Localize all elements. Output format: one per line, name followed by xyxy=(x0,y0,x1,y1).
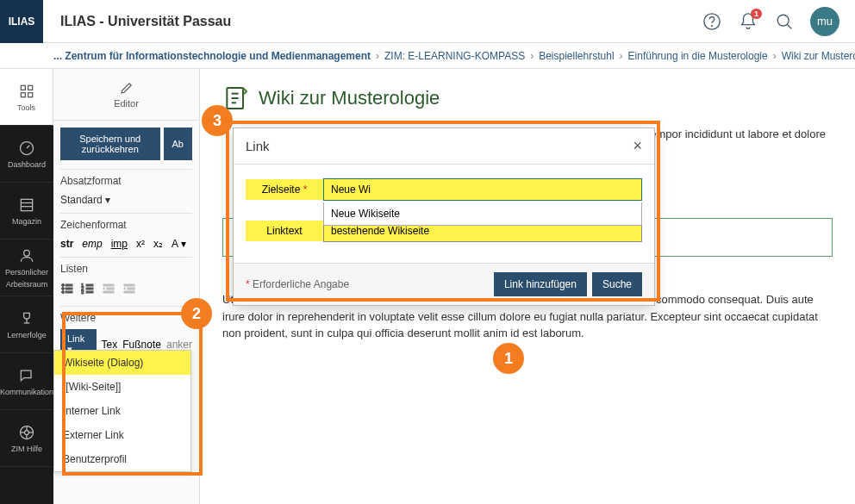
section-listen: Listen xyxy=(60,257,192,278)
breadcrumb: ... Zentrum für Informationstechnologie … xyxy=(0,43,855,69)
help-icon[interactable] xyxy=(702,11,722,32)
section-zeichenformat: Zeichenformat xyxy=(60,213,192,234)
left-rail: Tools Dashboard Magazin PersönlicherArbe… xyxy=(0,69,53,504)
section-absatzformat: Absatzformat xyxy=(60,169,192,190)
svg-point-21 xyxy=(62,284,65,287)
add-link-button[interactable]: Link hinzufügen xyxy=(494,272,587,296)
svg-rect-35 xyxy=(103,291,114,293)
svg-text:3: 3 xyxy=(81,289,84,295)
notification-badge: 1 xyxy=(751,9,762,19)
breadcrumb-item[interactable]: ZIM: E-LEARNING-KOMPASS xyxy=(384,50,525,62)
svg-rect-27 xyxy=(86,284,93,286)
list-outdent-icon[interactable] xyxy=(102,282,115,299)
svg-rect-22 xyxy=(66,284,72,286)
menu-benutzerprofil[interactable]: Benutzerprofil xyxy=(54,447,190,471)
link-dialog: Link × Zielseite * Neue Wikiseite Linkte… xyxy=(233,128,655,306)
svg-rect-26 xyxy=(66,291,72,293)
label-zielseite: Zielseite * xyxy=(246,179,323,200)
label-linktext: Linktext xyxy=(246,221,323,241)
svg-point-12 xyxy=(24,250,30,256)
dialog-title: Link xyxy=(246,139,270,153)
link-dropdown-menu: Wikiseite (Dialog) [[Wiki-Seite]] Intern… xyxy=(53,350,191,472)
rail-lernerfolge[interactable]: Lernerfolge xyxy=(0,296,53,353)
close-icon[interactable]: × xyxy=(633,137,642,155)
required-note: * Erforderliche Angabe xyxy=(246,278,349,290)
rail-tools[interactable]: Tools xyxy=(0,69,53,126)
svg-rect-33 xyxy=(103,284,114,286)
save-return-button[interactable]: Speichern und zurückkehren xyxy=(60,128,160,160)
svg-rect-29 xyxy=(86,291,93,293)
menu-externer-link[interactable]: Externer Link xyxy=(54,423,190,447)
format-important[interactable]: imp xyxy=(111,238,128,250)
svg-rect-38 xyxy=(124,291,134,293)
svg-rect-24 xyxy=(66,288,72,289)
svg-point-16 xyxy=(25,430,29,434)
svg-point-25 xyxy=(62,291,65,294)
list-numbered-icon[interactable]: 123 xyxy=(81,282,95,299)
svg-line-3 xyxy=(787,24,791,28)
svg-point-2 xyxy=(777,15,789,26)
rail-kommunikation[interactable]: Kommunikation xyxy=(0,353,53,410)
zielseite-input[interactable] xyxy=(323,178,642,201)
list-bullet-icon[interactable] xyxy=(60,282,74,299)
search-icon[interactable] xyxy=(774,11,795,32)
notification-icon[interactable]: 1 xyxy=(738,11,758,32)
svg-point-1 xyxy=(712,25,713,26)
header-icons: 1 mu xyxy=(702,7,839,36)
rail-dashboard[interactable]: Dashboard xyxy=(0,126,53,183)
fussnote-button[interactable]: Fußnote xyxy=(122,339,161,351)
breadcrumb-item[interactable]: ... Zentrum für Informationstechnologie … xyxy=(53,50,371,62)
top-header: ILIAS ILIAS - Universität Passau 1 mu xyxy=(0,0,855,43)
format-more[interactable]: A ▾ xyxy=(172,238,186,250)
absatz-select[interactable]: Standard ▾ xyxy=(60,190,192,209)
svg-rect-28 xyxy=(86,288,93,289)
rail-magazin[interactable]: Magazin xyxy=(0,183,53,240)
editor-sidebar: Editor Speichern und zurückkehren Ab Abs… xyxy=(53,69,200,504)
svg-rect-6 xyxy=(21,92,25,96)
page-title: Wiki zur Musterologie xyxy=(222,84,833,112)
anker-button[interactable]: anker xyxy=(166,339,192,351)
list-indent-icon[interactable] xyxy=(122,282,136,299)
logo[interactable]: ILIAS xyxy=(0,0,43,43)
app-title: ILIAS - Universität Passau xyxy=(60,14,231,29)
menu-wiki-seite[interactable]: [[Wiki-Seite]] xyxy=(54,375,190,399)
avatar[interactable]: mu xyxy=(810,7,839,36)
svg-rect-9 xyxy=(21,199,32,210)
editor-tab[interactable]: Editor xyxy=(53,69,199,121)
rail-arbeitsraum[interactable]: PersönlicherArbeitsraum xyxy=(0,240,53,296)
section-weitere: Weitere xyxy=(60,306,192,327)
search-button[interactable]: Suche xyxy=(592,272,642,296)
svg-rect-34 xyxy=(107,288,114,289)
svg-rect-4 xyxy=(21,85,25,90)
tex-button[interactable]: Tex xyxy=(102,339,118,351)
menu-interner-link[interactable]: Interner Link xyxy=(54,399,190,423)
format-emphasis[interactable]: emp xyxy=(82,238,102,250)
breadcrumb-item[interactable]: Wiki zur Musterologie xyxy=(782,50,855,62)
svg-rect-7 xyxy=(28,92,32,96)
breadcrumb-item[interactable]: Beispiellehrstuhl xyxy=(539,50,614,62)
svg-rect-37 xyxy=(128,288,134,289)
format-subscript[interactable]: x₂ xyxy=(153,238,163,250)
format-superscript[interactable]: x² xyxy=(136,238,145,250)
svg-rect-5 xyxy=(28,85,32,90)
rail-hilfe[interactable]: ZIM Hilfe xyxy=(0,410,53,467)
breadcrumb-item[interactable]: Einführung in die Musterologie xyxy=(628,50,768,62)
autocomplete-suggestion[interactable]: Neue Wikiseite xyxy=(323,202,642,226)
svg-rect-36 xyxy=(124,284,134,286)
cancel-button[interactable]: Ab xyxy=(164,128,192,160)
menu-wikiseite-dialog[interactable]: Wikiseite (Dialog) xyxy=(54,351,190,375)
svg-point-23 xyxy=(62,288,65,290)
format-strong[interactable]: str xyxy=(60,238,73,250)
